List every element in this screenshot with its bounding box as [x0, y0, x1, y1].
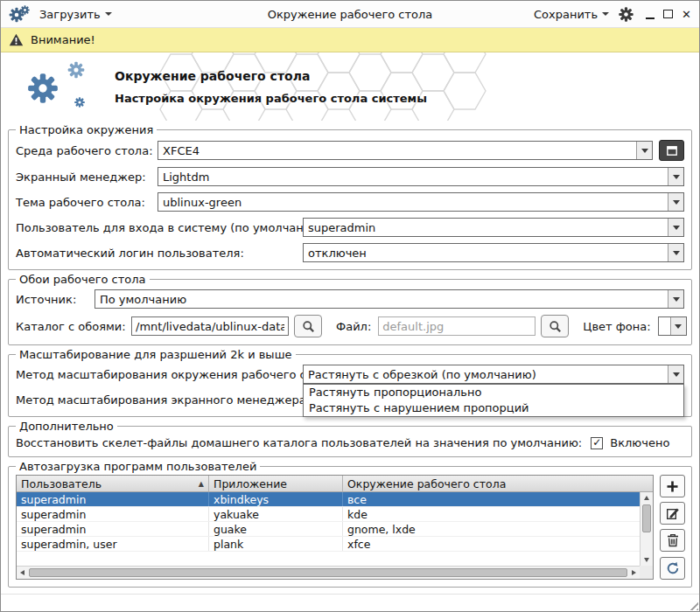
group-environment: Настройка окружения Среда рабочего стола…	[8, 129, 692, 270]
close-button[interactable]: ✕	[682, 9, 691, 20]
group-autostart: Автозагрузка программ пользователей Поль…	[8, 466, 692, 588]
chevron-down-icon	[641, 149, 648, 153]
chevron-down-icon	[673, 372, 680, 377]
app-gears-icon	[9, 4, 30, 24]
wallpaper-source-combo[interactable]: По умолчанию	[94, 289, 684, 309]
load-label: Загрузить	[39, 8, 101, 21]
magnifier-icon	[549, 320, 562, 333]
scroll-right-button[interactable]	[628, 567, 640, 579]
pencil-icon	[666, 506, 680, 520]
gears-logo-icon	[13, 55, 97, 118]
check-icon: ✓	[592, 437, 601, 448]
minimize-button[interactable]	[646, 10, 654, 19]
desktop-scaling-combo[interactable]: Растянуть с обрезкой (по умолчанию)	[303, 365, 684, 384]
login-user-label: Пользователь для входа в систему (по умо…	[16, 221, 303, 234]
settings-gear-button[interactable]	[619, 7, 634, 22]
horizontal-scroll-thumb[interactable]	[29, 568, 627, 577]
table-toolbar	[660, 475, 686, 580]
chevron-down-icon	[105, 12, 112, 16]
window-icon	[667, 146, 677, 156]
wallpaper-source-label: Источник:	[16, 293, 94, 306]
edit-row-button[interactable]	[660, 502, 685, 525]
column-header-app[interactable]: Приложение	[209, 476, 343, 491]
arrow-up-icon	[644, 496, 649, 500]
arrow-left-icon	[20, 570, 24, 575]
status-bar	[1, 594, 699, 611]
bg-color-label: Цвет фона:	[583, 320, 650, 333]
table-row[interactable]: superadmin, user plank xfce	[17, 537, 640, 552]
refresh-button[interactable]	[660, 557, 685, 580]
table-row[interactable]: superadmin yakuake kde	[17, 507, 640, 522]
column-header-user[interactable]: Пользователь ▲	[17, 476, 209, 491]
table-rows: superadmin xbindkeys все superadmin yaku…	[17, 492, 640, 566]
plus-icon	[666, 480, 679, 493]
restore-skel-checkbox[interactable]: ✓	[591, 437, 603, 449]
load-dropdown-button[interactable]: Загрузить	[37, 6, 115, 23]
table-header: Пользователь ▲ Приложение Окружение рабо…	[17, 476, 653, 492]
page-header: Окружение рабочего стола Настройка окруж…	[1, 52, 699, 121]
add-row-button[interactable]	[660, 475, 685, 497]
resize-grip[interactable]	[687, 599, 698, 610]
scaling-dropdown-list: Растянуть пропорционально Растянуть с на…	[303, 384, 684, 417]
chevron-down-icon	[673, 297, 680, 302]
save-label: Сохранить	[534, 8, 598, 21]
chevron-down-icon	[673, 175, 680, 179]
delete-row-button[interactable]	[660, 529, 685, 552]
restore-skel-label: Восстановить скелет-файлы домашнего ката…	[16, 436, 582, 449]
bg-color-combo[interactable]	[658, 316, 687, 336]
group-additional: Дополнительно Восстановить скелет-файлы …	[8, 426, 692, 457]
checkbox-label: Включено	[610, 436, 669, 449]
dropdown-option[interactable]: Растянуть с нарушением пропорций	[304, 400, 683, 416]
warning-triangle-icon	[9, 33, 24, 46]
chevron-down-icon	[675, 324, 682, 329]
wallpaper-dir-input[interactable]	[131, 316, 289, 336]
autologin-combo[interactable]: отключен	[303, 243, 684, 262]
display-manager-combo[interactable]: Lightdm	[158, 167, 684, 186]
browse-file-button[interactable]	[541, 315, 569, 337]
trash-icon	[667, 533, 679, 547]
refresh-icon	[666, 561, 680, 575]
warning-text: Внимание!	[31, 33, 95, 46]
save-dropdown-button[interactable]: Сохранить	[531, 6, 612, 23]
scroll-left-button[interactable]	[17, 567, 28, 579]
warning-banner: Внимание!	[1, 28, 699, 52]
dm-scaling-label: Метод масштабирования экранного менеджер…	[16, 393, 303, 407]
theme-label: Тема рабочего стола:	[16, 196, 158, 209]
wallpaper-dir-label: Каталог с обоями:	[16, 320, 131, 333]
horizontal-scrollbar[interactable]	[17, 566, 640, 579]
arrow-down-icon	[644, 558, 649, 562]
wallpaper-file-input[interactable]	[378, 316, 536, 336]
console-button[interactable]	[659, 140, 684, 161]
browse-dir-button[interactable]	[294, 315, 322, 337]
desktop-scaling-label: Метод масштабирования окружения рабочего…	[16, 368, 303, 381]
column-header-env[interactable]: Окружение рабочего стола	[343, 476, 653, 491]
group-scaling: Масштабирование для разршений 2k и выше …	[8, 354, 692, 417]
page-subtitle: Настройка окружения рабочего стола систе…	[115, 92, 427, 105]
sort-ascending-icon: ▲	[199, 480, 204, 488]
group-autostart-legend: Автозагрузка программ пользователей	[16, 460, 260, 473]
table-row[interactable]: superadmin xbindkeys все	[17, 492, 640, 507]
autostart-table: Пользователь ▲ Приложение Окружение рабо…	[16, 475, 654, 580]
app-window: Окружение рабочего стола Загрузить Сохра…	[0, 0, 700, 612]
group-wallpaper-legend: Обои рабочего стола	[16, 273, 150, 286]
display-manager-label: Экранный менеджер:	[16, 170, 158, 184]
titlebar: Окружение рабочего стола Загрузить Сохра…	[1, 1, 699, 28]
scroll-up-button[interactable]	[640, 492, 653, 504]
group-additional-legend: Дополнительно	[16, 420, 117, 433]
group-wallpaper: Обои рабочего стола Источник: По умолчан…	[8, 279, 692, 345]
main-content: Настройка окружения Среда рабочего стола…	[1, 121, 699, 611]
page-title: Окружение рабочего стола	[115, 69, 427, 83]
scrollbar-corner	[640, 566, 653, 579]
desktop-env-combo[interactable]: XFCE4	[158, 141, 653, 160]
chevron-down-icon	[673, 200, 680, 205]
chevron-down-icon	[673, 226, 680, 230]
group-environment-legend: Настройка окружения	[16, 123, 157, 136]
scroll-down-button[interactable]	[640, 554, 653, 566]
table-row[interactable]: superadmin guake gnome, lxde	[17, 522, 640, 537]
login-user-combo[interactable]: superadmin	[303, 218, 684, 237]
maximize-button[interactable]	[663, 10, 673, 18]
vertical-scrollbar[interactable]	[640, 492, 653, 566]
theme-combo[interactable]: ublinux-green	[158, 192, 684, 212]
dropdown-option[interactable]: Растянуть пропорционально	[304, 385, 683, 400]
vertical-scroll-thumb[interactable]	[642, 504, 651, 532]
